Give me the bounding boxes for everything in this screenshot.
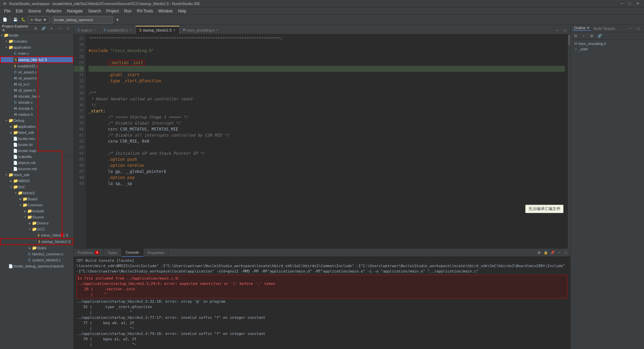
link-editor-button[interactable]: 🔗 [40,25,47,32]
tree-item-xil_io_h[interactable]: H xil_io.h [0,81,73,87]
tree-item-debug_application[interactable]: ▶📁 application [0,123,73,130]
minimize-panel-button[interactable]: ─ [56,25,63,32]
tree-item-xstatus_h[interactable]: H xstatus.h [0,111,73,117]
panel-menu-button[interactable]: ≡ [48,25,55,32]
tree-item-hbirdv2[interactable]: ▼📁 hbirdv2 [0,190,73,196]
tree-item-drivers[interactable]: ▶📁 Drivers [0,220,73,226]
tree-label-debug: Debug [13,118,24,122]
tree-item-soc[interactable]: ▼📁 SoC [0,184,73,190]
sync-outline[interactable]: 🔗 [596,32,603,40]
config-combo[interactable] [53,16,113,23]
code-editor[interactable]: 2526272829303132333435363738394041424344… [74,34,570,248]
tree-item-includes[interactable]: ▼📁 Includes [0,38,73,44]
close-button[interactable]: ✕ [634,1,641,6]
tree-item-source[interactable]: ▼📁 Source [0,214,73,220]
editor-scrollbar[interactable] [568,34,570,248]
menu-edit[interactable]: Edit [13,8,25,14]
tree-item-xil_assert_c[interactable]: C xil_assert.c [0,69,73,75]
bottom-tab-properties[interactable]: Properties [144,249,169,257]
tree-item-locate_lst[interactable]: 📄 locate.lst [0,142,73,148]
tab-startup-close[interactable]: ✕ [173,29,176,32]
tab-main-c-close[interactable]: ✕ [94,29,96,32]
tree-icon-nmsis: 📁 [13,178,18,184]
menu-refactor[interactable]: Refactor [44,8,64,14]
tree-item-startup_hbirdv2_S2[interactable]: S startup_hbirdv2.S [0,238,73,245]
scrollbar-thumb[interactable] [568,35,570,45]
build-targets-title[interactable]: Build Targets [592,27,616,31]
tree-item-nmsis[interactable]: ▶📁 NMSIS [0,178,73,184]
tree-item-objects_mk[interactable]: 📄 objects.mk [0,160,73,166]
menu-search[interactable]: Search [86,8,104,14]
save-button[interactable]: 💾 [12,16,19,23]
tab-riscv-close[interactable]: ✕ [216,29,219,32]
code-content[interactable]: ****************************************… [86,34,568,248]
maximize-button[interactable]: □ [627,1,633,6]
tree-item-xil_types_h[interactable]: H xil_types.h [0,87,73,93]
tree-item-xlocate_h[interactable]: H xlocate.h [0,105,73,111]
tree-item-stubs[interactable]: ▶📁 Stubs [0,245,73,251]
tree-item-locate_debug_launch[interactable]: 📄 locate_debug_openocd.launch [0,263,73,269]
maximize-panel-button[interactable]: □ [64,25,71,32]
tree-item-common[interactable]: ▼📁 Common [0,202,73,208]
menu-file[interactable]: File [1,8,13,14]
tab-startup-hbirdv2-S[interactable]: S startup_hbirdv2.S ✕ [136,26,179,34]
menu-rv-tools[interactable]: RV-Tools [134,8,156,14]
console-clear-button[interactable]: ⊠ [536,250,542,256]
debug-button[interactable]: 🐛 [20,16,27,23]
menu-window[interactable]: Window [156,8,175,14]
tab-vvaddint32-s[interactable]: S vvaddint32.s ✕ [100,26,136,34]
tree-item-startup_hbirdv2_S[interactable]: S startup_hbirdv2.S [0,56,73,63]
tree-item-locate[interactable]: ▼📁 locate [0,32,73,38]
bottom-maximize-button[interactable]: □ [563,250,569,256]
tab-main-c[interactable]: C main.c ✕ [74,26,100,34]
tree-item-intexc_hbirdv2_S[interactable]: S intexc_hbirdv2.S [0,232,73,238]
tree-item-application[interactable]: ▼📁 application [0,44,73,50]
new-button[interactable]: 📄 [1,16,9,23]
tree-item-gcc[interactable]: ▼📁 GCC [0,226,73,232]
outline-item-start[interactable]: ◇ _start [572,46,643,52]
tree-item-vvaddint32_s[interactable]: S vvaddint32.s [0,63,73,69]
tree-item-xlocate_hw_h[interactable]: H xlocate_hw.h [0,93,73,99]
run-dropdown[interactable]: ▶ Run ▼ [28,16,50,23]
collapse-all-button[interactable]: ⊟ [32,25,39,32]
tree-item-xlocate_c[interactable]: C xlocate.c [0,99,73,105]
tree-item-debug_hbird_sdk[interactable]: ▶📁 hbird_sdk [0,130,73,136]
tree-item-makefile[interactable]: 📄 makefile [0,154,73,160]
tab-vvaddint32-close[interactable]: ✕ [129,29,132,32]
line-num-48: 48 [74,174,84,181]
console-scroll-lock-button[interactable]: 🔒 [543,250,549,256]
editor-minimize-button[interactable]: ─ [553,27,561,34]
tree-item-hbirdv2_common_c[interactable]: C hbirdv2_common.c [0,251,73,257]
bottom-minimize-button[interactable]: ─ [556,250,562,256]
outline-minimize-button[interactable]: ─ [627,25,634,32]
menu-project[interactable]: Project [104,8,121,14]
outline-item-riscv-encoding[interactable]: H riscv_encoding.h [572,41,643,46]
menu-help[interactable]: Help [175,8,189,14]
bottom-tab-tasks[interactable]: Tasks [104,249,121,257]
menu-source[interactable]: Source [25,8,44,14]
code-line-44: /* Initialize GP and Stack Pointer SP */ [89,150,565,156]
tab-riscv-encoding-h[interactable]: H riscv_encoding.h ✕ [179,26,222,34]
sort-outline[interactable]: ↕ [580,32,587,40]
tree-item-locate_hex[interactable]: 📄 locate.hex [0,136,73,142]
tree-item-board[interactable]: ▶📁 Board [0,196,73,202]
console-pin-button[interactable]: 📌 [549,250,555,256]
tree-item-include[interactable]: ▶📁 Include [0,208,73,214]
minimize-button[interactable]: ─ [619,1,626,6]
bottom-tab-console[interactable]: Console [121,249,143,257]
tree-item-sources_mk[interactable]: 📄 sources.mk [0,166,73,172]
bottom-tab-problems[interactable]: Problems 4 [74,249,104,257]
config-dropdown[interactable]: ▼ [114,16,121,23]
tree-item-system_hbirdv2_c[interactable]: C system_hbirdv2.c [0,257,73,263]
tree-item-hbird_sdk[interactable]: ▼📁 hbird_sdk [0,172,73,178]
filter-outline[interactable]: ⊞ [588,32,595,40]
tree-item-locate_map[interactable]: 📄 locate.map [0,148,73,154]
outline-maximize-button[interactable]: □ [635,25,642,32]
tree-item-xil_assert_h[interactable]: H xil_assert.h [0,75,73,81]
tree-item-main_c[interactable]: C main.c [0,50,73,56]
tree-item-debug[interactable]: ▼📁 Debug [0,117,73,123]
menu-run[interactable]: Run [121,8,134,14]
collapse-all-outline[interactable]: ⊟ [572,32,579,40]
menu-navigate[interactable]: Navigate [64,8,85,14]
editor-maximize-button[interactable]: □ [561,27,569,34]
